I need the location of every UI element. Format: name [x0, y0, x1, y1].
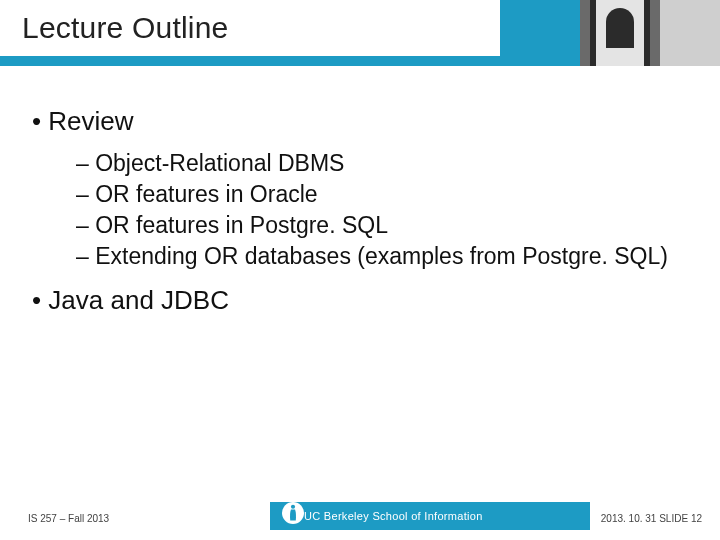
sub-extending: Extending OR databases (examples from Po… — [76, 241, 688, 272]
sub-ordbms: Object-Relational DBMS — [76, 148, 688, 179]
footer-center: UC Berkeley School of Information — [270, 502, 590, 530]
bullet-java-jdbc: Java and JDBC — [32, 284, 688, 317]
footer-right: 2013. 10. 31 SLIDE 12 — [601, 513, 702, 524]
sub-bullets: Object-Relational DBMS OR features in Or… — [76, 148, 688, 272]
svg-point-0 — [291, 505, 295, 509]
footer-center-text: UC Berkeley School of Information — [304, 510, 483, 522]
slide: Lecture Outline Review Object-Relational… — [0, 0, 720, 540]
ischool-logo-icon — [282, 502, 304, 524]
slide-body: Review Object-Relational DBMS OR feature… — [32, 95, 688, 326]
footer: IS 257 – Fall 2013 UC Berkeley School of… — [0, 498, 720, 530]
header-image — [580, 0, 720, 66]
sub-oracle: OR features in Oracle — [76, 179, 688, 210]
sub-postgres: OR features in Postgre. SQL — [76, 210, 688, 241]
title-box: Lecture Outline — [0, 0, 500, 56]
footer-left: IS 257 – Fall 2013 — [28, 513, 109, 524]
bullet-review: Review — [32, 105, 688, 138]
title-underline — [0, 56, 500, 66]
slide-title: Lecture Outline — [22, 11, 228, 45]
